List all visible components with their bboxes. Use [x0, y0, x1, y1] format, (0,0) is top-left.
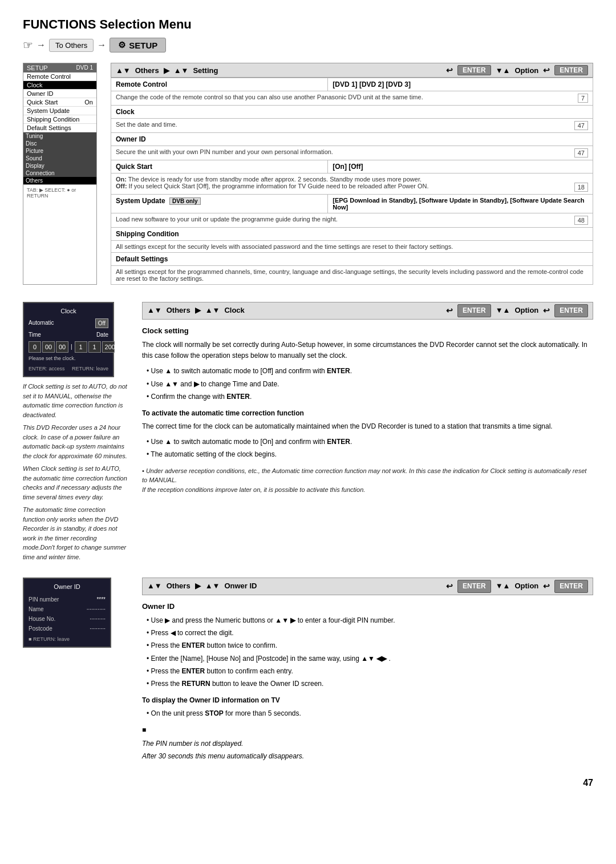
sidebar-row-quickstart[interactable]: Quick StartOn	[23, 98, 96, 107]
nav-option-clock: Option	[514, 305, 538, 317]
sidebar-category-tuning[interactable]: Tuning	[23, 132, 96, 140]
quickstart-options: [On] [Off]	[328, 160, 593, 173]
breadcrumb: ☞ → To Others → ⚙ SETUP	[23, 38, 593, 53]
nav-curve-clock-2: ↩	[543, 304, 550, 317]
nav-curve-ownerid-2: ↩	[543, 580, 550, 592]
sidebar-category-sound[interactable]: Sound	[23, 155, 96, 162]
default-desc: All settings except for the programmed c…	[111, 266, 593, 285]
nav-others-label-1: Others	[135, 66, 159, 75]
clock-auto-bullet-1: Use ▲ to switch automatic mode to [On] a…	[147, 437, 593, 447]
owner-screen-mockup: Owner ID PIN number **** Name ··········…	[23, 578, 111, 648]
nav-arrow-right-1: ▶	[164, 66, 169, 75]
sidebar-category-others[interactable]: Others	[23, 177, 96, 184]
nav-enter-ownerid-2: ENTER	[554, 580, 588, 593]
clock-screen-title: Clock	[29, 306, 108, 316]
breadcrumb-to-others: To Others	[49, 39, 94, 52]
clock-auto-desc: The correct time for the clock can be au…	[142, 421, 593, 432]
table-row-remote: Remote Control [DVD 1] [DVD 2] [DVD 3]	[111, 78, 593, 91]
nav-curve-arrow-2: ↩	[543, 66, 550, 75]
nav-curve-clock-1: ↩	[446, 304, 453, 317]
default-header: Default Settings	[111, 253, 593, 266]
ownerid-header: Owner ID	[111, 133, 593, 146]
clock-auto-heading: To activate the automatic time correctio…	[142, 408, 593, 419]
clock-auto-label: Automatic	[29, 318, 54, 328]
sidebar-row-clock[interactable]: Clock	[23, 81, 96, 90]
nav-enter-label-2: ENTER	[554, 65, 588, 75]
table-row-remote-desc: Change the code of the remote control so…	[111, 91, 593, 106]
sidebar-row-default[interactable]: Default Settings	[23, 124, 96, 132]
ownerid-bullet-2: Press ◀ to correct the digit.	[147, 628, 593, 639]
clock-right-panel: ▲▼ Others ▶ ▲▼ Clock ↩ ENTER ▼▲ Option ↩…	[142, 302, 593, 562]
sidebar-category-disc[interactable]: Disc	[23, 140, 96, 147]
sidebar-header-dvd: DVD 1	[76, 64, 93, 71]
sysupdate-desc: Load new software to your unit or update…	[111, 213, 593, 228]
sidebar-category-picture[interactable]: Picture	[23, 147, 96, 155]
sidebar-row-remote[interactable]: Remote Control	[23, 72, 96, 81]
owner-field-postcode: Postcode ··········	[29, 624, 106, 633]
table-row-ownerid: Owner ID	[111, 133, 593, 146]
ownerid-italic-2: After 30 seconds this menu automatically…	[142, 751, 593, 762]
clock-desc: Set the date and time. 47	[111, 119, 593, 133]
sidebar-menu: SETUP DVD 1 Remote Control Clock Owner I…	[23, 63, 97, 285]
table-row-ownerid-desc: Secure the unit with your own PIN number…	[111, 146, 593, 160]
clock-auto-bullets: Use ▲ to switch automatic mode to [On] a…	[142, 437, 593, 460]
nav-setting-label: Setting	[193, 66, 218, 75]
page-footer: 47	[23, 778, 593, 788]
ownerid-small-square: ■	[142, 725, 593, 736]
nav-ud-ownerid-2: ▲▼	[205, 580, 220, 592]
clock-italic-notes: If Clock setting is set to AUTO, do not …	[23, 382, 128, 562]
nav-ud-icon-2: ▲▼	[174, 66, 189, 75]
sidebar-row-sysupdate[interactable]: System Update	[23, 107, 96, 115]
hand-icon: ☞	[23, 38, 33, 52]
breadcrumb-arrow-2: →	[97, 40, 106, 50]
nav-va-ownerid: ▼▲	[496, 580, 510, 592]
nav-others-clock: Others	[167, 305, 191, 317]
ownerid-bullet-1: Use ▶ and press the Numeric buttons or ▲…	[147, 615, 593, 626]
clock-date-label: Date	[96, 330, 108, 339]
settings-table: Remote Control [DVD 1] [DVD 2] [DVD 3] C…	[111, 78, 593, 285]
clock-time-date-row: Time Date	[29, 330, 108, 339]
ownerid-bullet-6: Press the RETURN button to leave the Own…	[147, 679, 593, 689]
sidebar-row-shipping[interactable]: Shipping Condition	[23, 115, 96, 124]
sidebar-row-ownerid[interactable]: Owner ID	[23, 90, 96, 98]
table-row-quickstart: Quick Start [On] [Off]	[111, 160, 593, 173]
clock-bullet-2: Use ▲▼ and ▶ to change Time and Date.	[147, 379, 593, 390]
nav-clock-label: Clock	[224, 305, 244, 317]
clock-screen-mockup: Clock Automatic Off Time Date 0 00 00 | …	[23, 302, 114, 377]
clock-auto-row: Automatic Off	[29, 318, 108, 328]
ownerid-bullet-4: Enter the [Name], [House No] and [Postco…	[147, 653, 593, 664]
ownerid-tv-bullet: On the unit press STOP for more than 5 s…	[147, 708, 593, 719]
nav-curve-arrow-1: ↩	[446, 66, 453, 75]
nav-ud-clock-1: ▲▼	[147, 305, 162, 317]
remote-desc: Change the code of the remote control so…	[111, 91, 593, 106]
ownerid-italic-1: The PIN number is not displayed.	[142, 738, 593, 749]
clock-controls: ENTER: accessRETURN: leave	[29, 365, 108, 373]
shipping-header: Shipping Condition	[111, 228, 593, 241]
setup-label: SETUP	[129, 41, 157, 50]
ownerid-tv-heading: To display the Owner ID information on T…	[142, 695, 593, 706]
clock-italic-warning: • Under adverse reception conditions, et…	[142, 466, 593, 495]
nav-bar-ownerid: ▲▼ Others ▶ ▲▼ Onwer ID ↩ ENTER ▼▲ Optio…	[142, 578, 593, 595]
nav-enter-ownerid-1: ENTER	[457, 580, 491, 593]
nav-enter-clock-2: ENTER	[554, 304, 588, 317]
nav-others-ownerid: Others	[167, 580, 191, 592]
nav-ownerid-label: Onwer ID	[224, 580, 257, 592]
sidebar-category-connection[interactable]: Connection	[23, 169, 96, 177]
main-content-1: ▲▼ Others ▶ ▲▼ Setting ↩ ENTER ▼▲ Option…	[111, 63, 593, 285]
table-row-sysupdate-desc: Load new software to your unit or update…	[111, 213, 593, 228]
table-row-shipping: Shipping Condition	[111, 228, 593, 241]
clock-auto-bullet-2: The automatic setting of the clock begin…	[147, 449, 593, 460]
sidebar-category-display[interactable]: Display	[23, 162, 96, 169]
quickstart-desc: On: The device is ready for use from sta…	[111, 173, 593, 195]
ownerid-bullet-5: Press the ENTER button to confirm each e…	[147, 666, 593, 677]
nav-arrow-ownerid: ▶	[195, 580, 201, 592]
clock-auto-value[interactable]: Off	[95, 318, 108, 328]
nav-arrow-clock: ▶	[195, 305, 201, 317]
clock-time-inputs[interactable]: 0 00 00 | 1 1 2005	[29, 341, 108, 353]
owner-field-pin: PIN number ****	[29, 595, 106, 604]
remote-header: Remote Control	[111, 78, 328, 91]
remote-options: [DVD 1] [DVD 2] [DVD 3]	[328, 78, 593, 91]
ownerid-bullet-3: Press the ENTER button twice to confirm.	[147, 640, 593, 651]
nav-ud-icon-1: ▲▼	[116, 66, 131, 75]
breadcrumb-arrow-1: →	[37, 40, 46, 50]
